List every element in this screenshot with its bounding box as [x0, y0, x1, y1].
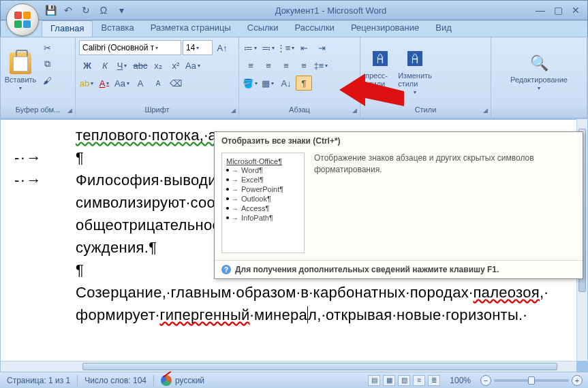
justify-button[interactable]: ≡ [296, 58, 312, 73]
paste-button[interactable]: Вставить ▾ [4, 40, 37, 103]
paste-label: Вставить [5, 76, 37, 84]
clear-formatting-button[interactable]: ⌫ [168, 76, 184, 91]
zoom-level[interactable]: 100% [443, 376, 478, 385]
zoom-slider[interactable] [494, 379, 569, 382]
cut-button[interactable]: ✂ [39, 40, 55, 55]
numbering-button[interactable]: ≕▾ [260, 40, 277, 55]
underline-button[interactable]: Ч▾ [114, 58, 131, 73]
multilevel-list-button[interactable]: ⋮≡▾ [278, 40, 294, 55]
document-text: Созерцание,·главным·образом·в·карбонатны… [76, 284, 473, 301]
editing-button[interactable]: 🔍 Редактирование▾ [495, 40, 583, 103]
view-print-layout[interactable]: ▤ [368, 375, 380, 386]
paragraph-dialog-launcher[interactable]: ◢ [350, 107, 358, 115]
increase-indent-button[interactable]: ⇥ [313, 40, 330, 55]
document-text: суждения.¶ [76, 239, 157, 256]
view-web-layout[interactable]: ▧ [398, 375, 410, 386]
ribbon: Вставить ▾ ✂ ⧉ 🖌 Буфер обм...◢ Calibri (… [0, 37, 588, 118]
status-page[interactable]: Страница: 1 из 1 [0, 376, 77, 385]
italic-button[interactable]: К [97, 58, 113, 73]
superscript-button[interactable]: x² [168, 58, 184, 73]
tab-mailings[interactable]: Рассылки [287, 20, 343, 37]
document-text: общеотрицательное,· [76, 216, 230, 233]
tooltip-title: Отобразить все знаки (Ctrl+*) [215, 132, 583, 150]
status-word-count[interactable]: Число слов: 104 [78, 376, 153, 385]
tab-references[interactable]: Ссылки [239, 20, 287, 37]
zoom-out-button[interactable]: − [480, 375, 491, 386]
decrease-indent-button[interactable]: ⇤ [296, 40, 312, 55]
align-right-button[interactable]: ≡ [278, 58, 294, 73]
strikethrough-button[interactable]: abc [132, 58, 149, 73]
tab-home[interactable]: Главная [42, 20, 93, 37]
title-bar: 💾 ↶ ↻ Ω ▾ Документ1 - Microsoft Word — ▢… [0, 0, 588, 20]
font-dialog-launcher[interactable]: ◢ [229, 107, 237, 115]
status-language[interactable]: русский [154, 375, 211, 386]
tab-review[interactable]: Рецензирование [343, 20, 427, 37]
clipboard-dialog-launcher[interactable]: ◢ [65, 107, 74, 115]
save-button[interactable]: 💾 [43, 3, 58, 18]
copy-button[interactable]: ⧉ [39, 56, 55, 71]
help-icon: ? [221, 265, 231, 274]
document-text: ¶ [76, 149, 84, 166]
close-button[interactable]: ✕ [568, 4, 583, 16]
horizontal-scrollbar[interactable] [1, 361, 576, 372]
change-styles-button[interactable]: 🅰 Изменить стили▾ [399, 40, 431, 103]
align-center-button[interactable]: ≡ [260, 58, 277, 73]
tooltip-show-hide-marks: Отобразить все знаки (Ctrl+*) Microsoft·… [214, 131, 583, 279]
tooltip-footer: Для получения дополнительных сведений на… [235, 265, 499, 274]
document-text: формирует· [76, 306, 159, 323]
grow-font-button[interactable]: A↑ [214, 40, 230, 55]
bullets-button[interactable]: ≔▾ [243, 40, 259, 55]
symbol-button[interactable]: Ω [96, 3, 111, 18]
tab-view[interactable]: Вид [427, 20, 460, 37]
tab-page-layout[interactable]: Разметка страницы [142, 20, 239, 37]
tab-insert[interactable]: Вставка [93, 20, 142, 37]
quick-styles-button[interactable]: 🅰 пресс-стили▾ [364, 40, 397, 103]
view-full-screen[interactable]: ▦ [383, 375, 395, 386]
styles-group-label: Стили◢ [360, 106, 491, 118]
sort-button[interactable]: A↓ [278, 76, 294, 91]
clipboard-group-label: Буфер обм...◢ [1, 106, 75, 118]
tooltip-description: Отображение знаков абзацев и других скры… [314, 152, 576, 253]
font-group-label: Шрифт◢ [76, 106, 238, 118]
undo-button[interactable]: ↶ [61, 3, 76, 18]
font-size-combo[interactable]: 14▾ [183, 40, 213, 55]
minimize-button[interactable]: — [533, 4, 548, 16]
change-case-button[interactable]: Aa▾ [185, 58, 202, 73]
status-bar: Страница: 1 из 1 Число слов: 104 русский… [0, 372, 588, 388]
document-text: Философия·выводит· [76, 172, 228, 189]
font-color-button[interactable]: A▾ [97, 76, 113, 91]
line-spacing-button[interactable]: ‡≡▾ [313, 58, 330, 73]
highlight-button[interactable]: ab▾ [79, 76, 95, 91]
character-shading-button[interactable]: Aa▾ [114, 76, 131, 91]
tooltip-preview: Microsoft·Office¶ →Word¶ →Excel¶ →PowerP… [221, 152, 305, 253]
align-left-button[interactable]: ≡ [243, 58, 259, 73]
format-painter-button[interactable]: 🖌 [39, 73, 55, 88]
qat-customize-dropdown[interactable]: ▾ [114, 3, 129, 18]
document-text: ¶ [76, 261, 84, 278]
shading-button[interactable]: 🪣▾ [243, 76, 259, 91]
borders-button[interactable]: ▦▾ [260, 76, 277, 91]
grow-font-2-button[interactable]: A [132, 76, 149, 91]
redo-button[interactable]: ↻ [78, 3, 93, 18]
paragraph-group-label: Абзац◢ [239, 106, 360, 118]
view-outline[interactable]: ≡ [413, 375, 425, 386]
quick-access-toolbar: 💾 ↶ ↻ Ω ▾ [43, 3, 129, 18]
styles-dialog-launcher[interactable]: ◢ [481, 107, 489, 115]
window-title: Документ1 - Microsoft Word [129, 5, 533, 16]
zoom-in-button[interactable]: + [572, 375, 583, 386]
language-icon [161, 375, 172, 386]
view-draft[interactable]: ≣ [428, 375, 440, 386]
maximize-button[interactable]: ▢ [551, 4, 566, 16]
ribbon-tabs: Главная Вставка Разметка страницы Ссылки… [0, 20, 588, 37]
show-hide-marks-button[interactable]: ¶ [296, 76, 312, 91]
bold-button[interactable]: Ж [79, 58, 95, 73]
subscript-button[interactable]: x₂ [150, 58, 166, 73]
font-name-combo[interactable]: Calibri (Основной т▾ [79, 40, 181, 55]
shrink-font-button[interactable]: A [150, 76, 166, 91]
office-button[interactable] [6, 3, 39, 36]
